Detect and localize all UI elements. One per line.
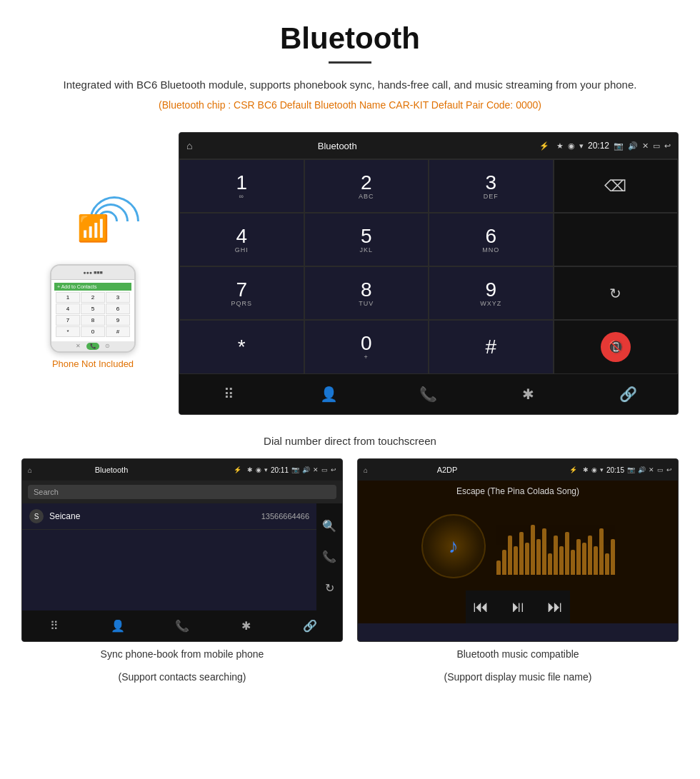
dialpad-grid: 1 ∞ 2 ABC 3 DEF ⌫ 4 GHI 5 JKL <box>179 159 678 374</box>
contacts-time: 20:11 <box>271 466 289 474</box>
phone-key-8: 8 <box>81 315 105 326</box>
phone-key-4: 4 <box>56 303 80 314</box>
bottom-link-icon[interactable]: 🔗 <box>578 380 678 408</box>
contacts-grid-icon[interactable]: ⠿ <box>22 615 86 637</box>
bottom-bluetooth-icon[interactable]: ✱ <box>479 380 579 408</box>
status-icons: ★ ◉ ▾ 20:12 📷 🔊 ✕ ▭ ↩ <box>556 141 671 151</box>
phone-key-3: 3 <box>106 292 130 303</box>
contacts-panel: ⌂ Bluetooth ⚡ ✱ ◉ ▾ 20:11 📷 🔊 ✕ ▭ ↩ Sear… <box>21 458 343 642</box>
phone-screen: + Add to Contacts 1 2 3 4 5 6 7 8 9 * 0 … <box>51 280 134 341</box>
close-icon: ✕ <box>642 141 649 151</box>
music-body: Escape (The Pina Colada Song) ♪ ⏮ ⏯ ⏭ <box>358 481 678 623</box>
contacts-search-bar: Search <box>22 481 342 503</box>
dial-key-star[interactable]: * <box>179 320 304 374</box>
music-time: 20:15 <box>606 466 624 474</box>
usb-icon: ⚡ <box>539 141 549 151</box>
contacts-home-icon: ⌂ <box>28 466 32 474</box>
music-caption-line2: (Support display music file name) <box>357 665 679 688</box>
dial-key-5[interactable]: 5 JKL <box>304 213 429 266</box>
music-album-art: ♪ <box>421 514 486 578</box>
phone-key-hash: # <box>106 326 130 337</box>
phone-key-2: 2 <box>81 292 105 303</box>
phone-dialpad: 1 2 3 4 5 6 7 8 9 * 0 # <box>54 291 131 338</box>
bottom-phone-icon[interactable]: 📞 <box>379 380 479 408</box>
contacts-panel-title: Bluetooth <box>38 466 185 474</box>
contacts-caption-line2: (Support contacts searching) <box>21 665 343 688</box>
music-statusbar: ⌂ A2DP ⚡ ✱ ◉ ▾ 20:15 📷 🔊 ✕ ▭ ↩ <box>358 459 678 481</box>
phone-not-included-label: Phone Not Included <box>52 358 134 369</box>
music-content: ♪ <box>414 502 622 590</box>
music-note-icon: ♪ <box>449 535 459 558</box>
phone-contacts-header: + Add to Contacts <box>54 283 131 291</box>
dial-backspace-cell[interactable]: ⌫ <box>554 159 679 213</box>
search-input[interactable]: Search <box>28 485 336 499</box>
home-icon: ⌂ <box>186 140 192 151</box>
contacts-sidebar: 🔍 📞 ↻ <box>316 503 342 610</box>
phone-key-9: 9 <box>106 315 130 326</box>
status-time: 20:12 <box>588 141 609 151</box>
bottom-grid-icon[interactable]: ⠿ <box>179 380 279 408</box>
page-header: Bluetooth Integrated with BC6 Bluetooth … <box>0 0 700 132</box>
phone-section: 📶 ●●● ■■■ + Add to Contacts 1 2 3 4 5 6 … <box>21 132 164 415</box>
music-song-title: Escape (The Pina Colada Song) <box>451 481 585 502</box>
bluetooth-wave-illustration: 📶 <box>64 200 121 257</box>
dial-key-9[interactable]: 9 WXYZ <box>429 266 554 320</box>
contacts-link-icon[interactable]: 🔗 <box>278 615 342 637</box>
bluetooth-symbol: 📶 <box>77 213 109 243</box>
dial-key-8[interactable]: 8 TUV <box>304 266 429 320</box>
dial-key-3[interactable]: 3 DEF <box>429 159 554 213</box>
dial-key-1[interactable]: 1 ∞ <box>179 159 304 213</box>
dial-empty-2 <box>554 213 679 266</box>
dial-key-hash[interactable]: # <box>429 320 554 374</box>
contacts-bt-icon[interactable]: ✱ <box>214 615 279 637</box>
prev-track-icon[interactable]: ⏮ <box>473 598 489 616</box>
dialpad-caption: Dial number direct from touchscreen <box>0 429 700 458</box>
main-content: 📶 ●●● ■■■ + Add to Contacts 1 2 3 4 5 6 … <box>0 132 700 415</box>
dial-key-4[interactable]: 4 GHI <box>179 213 304 266</box>
phone-key-6: 6 <box>106 303 130 314</box>
contact-item[interactable]: S Seicane 13566664466 <box>22 503 316 530</box>
dialpad-screen: ⌂ Bluetooth ⚡ ★ ◉ ▾ 20:12 📷 🔊 ✕ ▭ ↩ 1 ∞ <box>179 132 679 415</box>
contact-name: Seicane <box>49 511 261 521</box>
refresh-icon: ↻ <box>609 285 621 302</box>
contacts-panel-wrap: ⌂ Bluetooth ⚡ ✱ ◉ ▾ 20:11 📷 🔊 ✕ ▭ ↩ Sear… <box>21 458 343 687</box>
backspace-icon: ⌫ <box>604 177 626 196</box>
dial-refresh-cell[interactable]: ↻ <box>554 266 679 320</box>
phone-key-star: * <box>56 326 80 337</box>
music-status-icons: ✱ ◉ ▾ 20:15 📷 🔊 ✕ ▭ ↩ <box>583 466 672 474</box>
dial-key-0[interactable]: 0 + <box>304 320 429 374</box>
music-panel: ⌂ A2DP ⚡ ✱ ◉ ▾ 20:15 📷 🔊 ✕ ▭ ↩ Escape (T… <box>357 458 679 642</box>
title-underline <box>329 61 371 64</box>
contacts-caption-wrap: Sync phone-book from mobile phone (Suppo… <box>21 642 343 687</box>
bottom-person-icon[interactable]: 👤 <box>279 380 379 408</box>
phone-mockup: ●●● ■■■ + Add to Contacts 1 2 3 4 5 6 7 … <box>50 264 136 353</box>
phone-key-5: 5 <box>81 303 105 314</box>
music-visualizer <box>496 518 615 575</box>
dial-key-7[interactable]: 7 PQRS <box>179 266 304 320</box>
contacts-phone-icon[interactable]: 📞 <box>150 615 214 637</box>
dial-call-red-cell[interactable]: 📵 <box>554 320 679 374</box>
page-description: Integrated with BC6 Bluetooth module, su… <box>43 76 657 94</box>
phone-call-button: 📞 <box>86 343 99 350</box>
dialpad-screen-title: Bluetooth <box>199 141 475 151</box>
end-call-button[interactable]: 📵 <box>601 332 631 362</box>
sidebar-refresh-icon: ↻ <box>325 581 334 595</box>
location-icon: ◉ <box>568 141 575 151</box>
music-controls: ⏮ ⏯ ⏭ <box>466 590 570 623</box>
next-track-icon[interactable]: ⏭ <box>547 598 563 616</box>
bottom-panels: ⌂ Bluetooth ⚡ ✱ ◉ ▾ 20:11 📷 🔊 ✕ ▭ ↩ Sear… <box>0 458 700 687</box>
dial-key-2[interactable]: 2 ABC <box>304 159 429 213</box>
contacts-person-icon[interactable]: 👤 <box>86 615 151 637</box>
signal-icon: ▾ <box>579 141 584 151</box>
volume-icon: 🔊 <box>628 141 638 151</box>
dial-key-6[interactable]: 6 MNO <box>429 213 554 266</box>
phone-key-7: 7 <box>56 315 80 326</box>
music-panel-wrap: ⌂ A2DP ⚡ ✱ ◉ ▾ 20:15 📷 🔊 ✕ ▭ ↩ Escape (T… <box>357 458 679 687</box>
phone-bottom-bar: ✕ 📞 ⊙ <box>51 341 134 351</box>
bluetooth-specs: (Bluetooth chip : CSR BC6 Default Blueto… <box>43 99 657 111</box>
screen-icon: ▭ <box>653 141 660 151</box>
phone-key-0: 0 <box>81 326 105 337</box>
end-call-icon: 📵 <box>608 339 624 355</box>
play-pause-icon[interactable]: ⏯ <box>510 598 526 616</box>
contact-number: 13566664466 <box>261 512 309 521</box>
